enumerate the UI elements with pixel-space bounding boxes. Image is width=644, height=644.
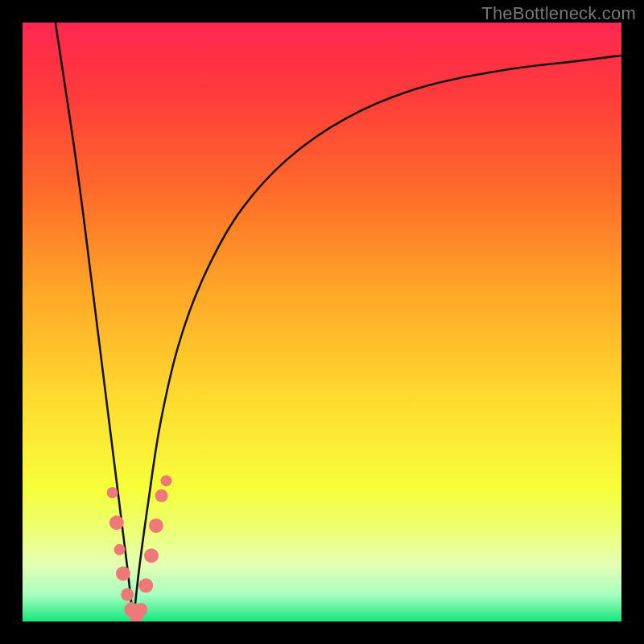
chart-frame	[23, 23, 621, 621]
watermark-text: TheBottleneck.com	[481, 3, 636, 24]
svg-rect-0	[23, 23, 621, 621]
background-gradient	[23, 23, 621, 621]
